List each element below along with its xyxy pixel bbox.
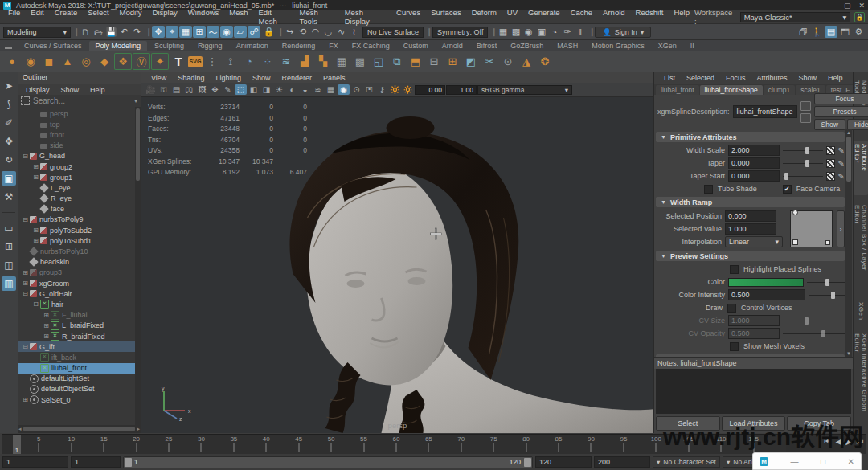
color-intensity-field[interactable]: 0.500 bbox=[728, 289, 805, 300]
search-input[interactable]: Search... bbox=[33, 96, 131, 105]
curve-4-icon[interactable]: ≀ bbox=[348, 26, 360, 38]
outliner-item-g-oldhair[interactable]: ⊟G_oldHair bbox=[18, 288, 141, 299]
outliner-item-liuhai-front[interactable]: ✕liuhai_front bbox=[18, 363, 141, 374]
menu-show[interactable]: Show bbox=[248, 73, 276, 83]
expand-toggle-icon[interactable]: ⊞ bbox=[42, 333, 51, 340]
outliner-item-g-head[interactable]: ⊟G_head bbox=[18, 151, 141, 161]
input-connections-icon[interactable]: ↪ bbox=[284, 26, 296, 38]
exposure-field[interactable]: 0.00 bbox=[415, 85, 445, 95]
chevron-down-icon[interactable]: ▾ bbox=[134, 97, 137, 104]
select-camera-icon[interactable]: 🎥 bbox=[145, 84, 157, 95]
last-tool-icon[interactable]: ⚒ bbox=[2, 190, 16, 204]
scale-tool-icon[interactable]: ▣ bbox=[2, 171, 16, 186]
menu-lighting[interactable]: Lighting bbox=[211, 73, 246, 83]
outliner-item-nurbstopoly10[interactable]: nurbsToPoly10 bbox=[18, 246, 141, 256]
select-component-icon[interactable]: ▦ bbox=[179, 26, 192, 38]
shelf-tab-fx-caching[interactable]: FX Caching bbox=[346, 41, 396, 51]
extract-icon[interactable]: ▚ bbox=[314, 53, 332, 70]
outliner-panel-tab[interactable]: Outliner bbox=[18, 72, 141, 84]
expand-toggle-icon[interactable]: ⊞ bbox=[31, 237, 40, 244]
menu-mesh-tools[interactable]: Mesh Tools bbox=[295, 7, 339, 27]
shelf-tab-bifrost[interactable]: Bifrost bbox=[470, 41, 504, 51]
outliner-item-hair[interactable]: ⊟✕hair bbox=[18, 299, 141, 309]
control-vertices-checkbox[interactable] bbox=[727, 304, 736, 313]
smooth-mesh-icon[interactable]: ◱ bbox=[370, 53, 387, 70]
menu-help[interactable]: Help bbox=[85, 85, 110, 95]
shaded-icon[interactable]: ◧ bbox=[248, 84, 260, 95]
animation-end-field[interactable]: 200 bbox=[594, 456, 650, 468]
lasso-select-tool-icon[interactable]: ⟆ bbox=[2, 97, 16, 112]
attribute-editor-scrollbar[interactable]: ▲▼ bbox=[845, 129, 852, 357]
super-shape-icon[interactable]: ✦ bbox=[151, 53, 169, 70]
outliner-item-f-liuhai[interactable]: ⊞✕F_liuhai bbox=[18, 310, 141, 321]
expression-icon[interactable]: ✎ bbox=[838, 146, 845, 155]
rotate-tool-icon[interactable]: ↻ bbox=[2, 153, 16, 167]
extrude-icon[interactable]: ⊞ bbox=[444, 53, 461, 70]
make-live-icon[interactable]: ☍ bbox=[248, 26, 260, 38]
menu-set-dropdown[interactable]: Modeling▾ bbox=[3, 27, 71, 38]
expand-toggle-icon[interactable]: ⊟ bbox=[21, 216, 30, 223]
platonic-solid-icon[interactable]: Ⓥ bbox=[133, 53, 150, 70]
taper-slider[interactable] bbox=[783, 159, 823, 167]
outliner-item-r-eye[interactable]: R_eye bbox=[18, 194, 141, 204]
ae-tab-liuhai-frontshape[interactable]: liuhai_frontShape bbox=[700, 85, 763, 95]
poly-sphere-smooth-icon[interactable]: ◉ bbox=[22, 53, 39, 70]
time-node-icon[interactable]: ◔ bbox=[240, 53, 258, 70]
width-ramp-editor[interactable] bbox=[790, 210, 833, 247]
curve-1-icon[interactable]: ◠ bbox=[309, 26, 321, 38]
menu-display[interactable]: Display bbox=[148, 7, 182, 27]
expand-toggle-icon[interactable]: ⊞ bbox=[31, 174, 40, 181]
render-settings-icon[interactable]: ▣ bbox=[535, 26, 547, 38]
expand-toggle-icon[interactable]: ⊞ bbox=[21, 269, 30, 276]
menu-panels[interactable]: Panels bbox=[318, 73, 350, 83]
menu-modify[interactable]: Modify bbox=[115, 7, 147, 27]
menu-redshift[interactable]: Redshift bbox=[631, 7, 669, 27]
exposure-icon[interactable]: 🔆 bbox=[389, 84, 401, 95]
outliner-item-headskin[interactable]: headskin bbox=[18, 257, 141, 268]
expand-toggle-icon[interactable]: ⊟ bbox=[21, 153, 30, 160]
expand-toggle-icon[interactable]: ⊟ bbox=[21, 290, 30, 297]
pin-icon[interactable] bbox=[800, 113, 811, 123]
layout-persp-outliner-icon[interactable]: ▥ bbox=[2, 276, 16, 291]
outliner-item-r-braidfixed[interactable]: ⊞✕R_braidFixed bbox=[18, 331, 141, 341]
animation-start-field[interactable]: 1 bbox=[2, 456, 68, 468]
menu-mesh[interactable]: Mesh bbox=[224, 7, 252, 27]
taper-start-field[interactable]: 0.000 bbox=[728, 170, 780, 182]
ramp-point-small[interactable] bbox=[825, 240, 830, 245]
redo-icon[interactable]: ↷ bbox=[131, 26, 143, 38]
render-region-icon[interactable]: ▩ bbox=[510, 26, 522, 38]
lock-camera-icon[interactable]: ⚿ bbox=[158, 84, 170, 95]
scroll-right-arrow-icon[interactable]: ▸ bbox=[137, 426, 140, 432]
menu-windows[interactable]: Windows bbox=[183, 7, 224, 27]
section-render-stats[interactable]: ▶Render Stats bbox=[656, 354, 845, 357]
layout-single-pane-icon[interactable]: ▭ bbox=[2, 221, 16, 235]
save-scene-icon[interactable]: 💾 bbox=[105, 26, 117, 38]
joint-xray-icon[interactable]: ⚷ bbox=[376, 84, 388, 95]
outliner-item-l-eye[interactable]: L_eye bbox=[18, 182, 141, 193]
playback-end-field[interactable]: 120 bbox=[535, 456, 592, 468]
menu-shading[interactable]: Shading bbox=[173, 73, 209, 83]
image-plane-icon[interactable]: 🖼 bbox=[196, 84, 208, 95]
shelf-minimize-handle[interactable] bbox=[5, 47, 12, 49]
shelf-tab-mash[interactable]: MASH bbox=[551, 41, 584, 51]
statusline-divider[interactable]: ❙ bbox=[490, 27, 494, 38]
sculpt-icon[interactable]: ❂ bbox=[536, 53, 554, 70]
new-scene-icon[interactable]: 🗋 bbox=[80, 26, 92, 38]
shelf-tab-gozbrush[interactable]: GoZBrush bbox=[504, 41, 550, 51]
outliner-item-face[interactable]: face bbox=[18, 204, 141, 215]
ae-tab-liuhai-front[interactable]: liuhai_front bbox=[656, 85, 699, 95]
menu-help[interactable]: Help bbox=[669, 7, 694, 27]
depth-of-field-icon[interactable]: ◉ bbox=[338, 84, 350, 95]
expand-toggle-icon[interactable]: ⊟ bbox=[31, 300, 40, 308]
selected-position-field[interactable]: 0.000 bbox=[725, 210, 776, 222]
shadows-icon[interactable]: ◐ bbox=[286, 84, 298, 95]
statusline-divider[interactable]: ❙ bbox=[73, 27, 77, 38]
outliner-item-polytosubd1[interactable]: ⊞polyToSubd1 bbox=[18, 235, 141, 246]
workspace-lock-icon[interactable]: 🔒 bbox=[854, 12, 865, 22]
menu-edit[interactable]: Edit bbox=[26, 7, 48, 27]
color-swatch[interactable] bbox=[728, 278, 804, 287]
presets-button[interactable]: Presets bbox=[814, 106, 868, 117]
snap-grid-icon[interactable]: ⊞ bbox=[193, 26, 206, 38]
menu-renderer[interactable]: Renderer bbox=[276, 73, 317, 83]
outliner-item-l-braidfixed[interactable]: ⊞✕L_braidFixed bbox=[18, 321, 141, 331]
